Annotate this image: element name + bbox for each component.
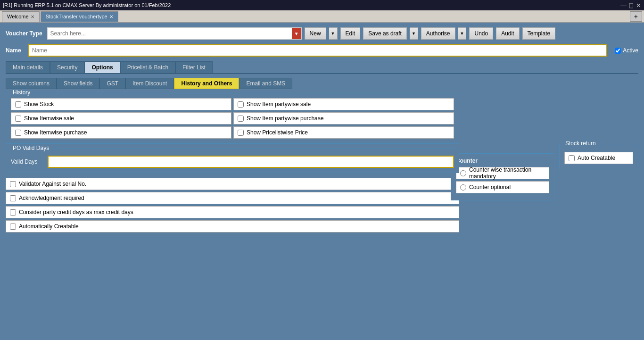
tab-stocktransfer-label: StockTransfer vouchertype	[46, 14, 107, 19]
tab-stocktransfer-close[interactable]: ✕	[109, 14, 113, 19]
authorise-dropdown-button[interactable]: ▼	[458, 27, 467, 40]
history-label-5: Show Pricelistwise Price	[247, 129, 308, 136]
bottom-label-3: Automatically Creatable	[19, 223, 79, 230]
bottom-label-0: Validator Against serial No.	[19, 181, 86, 187]
undo-button[interactable]: Undo	[469, 27, 493, 40]
active-checkbox[interactable]	[615, 48, 621, 54]
title-text: [R1] Running ERP 5.1 on CMAX Server By a…	[3, 2, 171, 8]
save-as-draft-button[interactable]: Save as draft	[363, 27, 407, 40]
close-icon[interactable]: ✕	[636, 2, 641, 9]
stock-return-group: Stock return Auto Creatable	[559, 144, 638, 169]
tab-welcome-label: Welcome	[7, 14, 29, 19]
voucher-type-input[interactable]	[48, 28, 292, 39]
bottom-checkbox-1[interactable]	[10, 195, 16, 201]
history-checkbox-3[interactable]	[238, 116, 244, 122]
subtab-history-others[interactable]: History and Others	[174, 78, 239, 89]
bottom-checkbox-2[interactable]	[10, 209, 16, 216]
restore-icon[interactable]: ⎕	[629, 2, 633, 9]
history-label-3: Show Item partywise purchase	[247, 115, 323, 122]
authorise-button[interactable]: Authorise	[421, 27, 455, 40]
bottom-check-1: Acknowledgment required	[6, 192, 459, 204]
subtab-email-sms[interactable]: Email and SMS	[239, 78, 292, 89]
voucher-type-dropdown-arrow[interactable]: ▼	[292, 28, 301, 39]
tab-welcome[interactable]: Welcome ✕	[2, 11, 40, 22]
tab-stocktransfer[interactable]: StockTransfer vouchertype ✕	[41, 11, 118, 22]
valid-days-input[interactable]	[48, 156, 454, 168]
minimize-icon[interactable]: —	[620, 2, 627, 9]
bottom-check-2: Consider party credit days as max credit…	[6, 206, 459, 218]
counter-mandatory-row: Counter wise transaction mandatory	[456, 167, 549, 179]
edit-button[interactable]: Edit	[340, 27, 361, 40]
history-checkbox-1[interactable]	[238, 101, 244, 108]
name-row: Name Active	[6, 44, 638, 57]
history-check-item-partywise-purchase: Show Item partywise purchase	[233, 112, 454, 124]
voucher-type-search[interactable]: ▼	[47, 27, 302, 40]
history-label-0: Show Stock	[24, 101, 54, 108]
auto-creatable-label: Auto Creatable	[578, 155, 615, 161]
subtab-show-fields[interactable]: Show fields	[57, 78, 99, 89]
subtab-item-discount[interactable]: Item Discount	[125, 78, 174, 89]
active-label: Active	[623, 47, 638, 54]
counter-mandatory-radio[interactable]	[460, 170, 466, 176]
save-as-draft-dropdown-button[interactable]: ▼	[410, 27, 418, 40]
bottom-label-1: Acknowledgment required	[19, 195, 84, 201]
active-checkbox-container: Active	[615, 47, 638, 54]
history-group: History Show Stock Show Item partywise s…	[6, 93, 459, 144]
history-check-item-partywise-sale: Show Item partywise sale	[233, 98, 454, 110]
history-group-title: History	[11, 89, 32, 96]
history-check-itemwise-sale: Show Itemwise sale	[11, 112, 231, 124]
template-button[interactable]: Template	[522, 27, 556, 40]
sub-tabs: Show columns Show fields GST Item Discou…	[6, 78, 638, 89]
valid-days-row: Valid Days	[11, 156, 454, 168]
history-label-1: Show Item partywise sale	[247, 101, 311, 108]
history-checkbox-5[interactable]	[238, 130, 244, 136]
history-checkbox-0[interactable]	[15, 101, 21, 108]
voucher-type-label: Voucher Type	[6, 30, 42, 37]
tab-add-button[interactable]: +	[630, 11, 642, 22]
tab-welcome-close[interactable]: ✕	[31, 14, 34, 19]
bottom-checkboxes: Validator Against serial No. Acknowledgm…	[6, 178, 459, 232]
counter-title: Counter	[456, 158, 549, 164]
bottom-checkbox-3[interactable]	[10, 224, 16, 230]
lower-section: Stock return Auto Creatable Counter Coun…	[6, 149, 638, 173]
bottom-label-2: Consider party credit days as max credit…	[19, 209, 133, 216]
title-bar: [R1] Running ERP 5.1 on CMAX Server By a…	[0, 0, 644, 10]
history-grid: Show Stock Show Item partywise sale Show…	[11, 98, 454, 139]
history-checkbox-2[interactable]	[15, 116, 21, 122]
history-check-pricelistwise-price: Show Pricelistwise Price	[233, 126, 454, 139]
counter-optional-label: Counter optional	[469, 184, 511, 191]
history-check-itemwise-purchase: Show Itemwise purchase	[11, 126, 231, 139]
auto-creatable-row: Auto Creatable	[564, 152, 633, 164]
history-label-4: Show Itemwise purchase	[24, 129, 87, 136]
main-tabs: Main details Security Options Pricelist …	[6, 61, 638, 74]
subtab-show-columns[interactable]: Show columns	[6, 78, 57, 89]
counter-optional-radio[interactable]	[460, 184, 466, 191]
main-content: Voucher Type ▼ New ▼ Edit Save as draft …	[0, 23, 644, 340]
tab-main-details[interactable]: Main details	[6, 61, 50, 73]
auto-creatable-checkbox[interactable]	[569, 155, 575, 161]
new-dropdown-button[interactable]: ▼	[329, 27, 338, 40]
bottom-check-0: Validator Against serial No.	[6, 178, 459, 190]
tab-bar: Welcome ✕ StockTransfer vouchertype ✕ +	[0, 10, 644, 23]
history-check-show-stock: Show Stock	[11, 98, 231, 110]
counter-mandatory-label: Counter wise transaction mandatory	[469, 166, 545, 180]
bottom-checkbox-0[interactable]	[10, 181, 16, 187]
counter-group: Counter Counter wise transaction mandato…	[451, 153, 554, 200]
tab-security[interactable]: Security	[50, 61, 84, 73]
name-label: Name	[6, 47, 25, 54]
tab-options[interactable]: Options	[84, 61, 120, 73]
new-button[interactable]: New	[305, 27, 326, 40]
subtab-gst[interactable]: GST	[99, 78, 125, 89]
tab-pricelist-batch[interactable]: Pricelist & Batch	[120, 61, 175, 73]
po-valid-days-group: PO Valid Days Valid Days	[6, 149, 459, 173]
po-valid-days-title: PO Valid Days	[11, 145, 51, 151]
valid-days-label: Valid Days	[11, 158, 44, 165]
tab-filter-list[interactable]: Filter List	[175, 61, 213, 73]
toolbar: Voucher Type ▼ New ▼ Edit Save as draft …	[6, 27, 638, 40]
history-checkbox-4[interactable]	[15, 130, 21, 136]
stock-return-title: Stock return	[563, 140, 598, 147]
history-label-2: Show Itemwise sale	[24, 115, 74, 122]
counter-optional-row: Counter optional	[456, 181, 549, 193]
audit-button[interactable]: Audit	[496, 27, 519, 40]
name-input[interactable]	[28, 44, 607, 57]
